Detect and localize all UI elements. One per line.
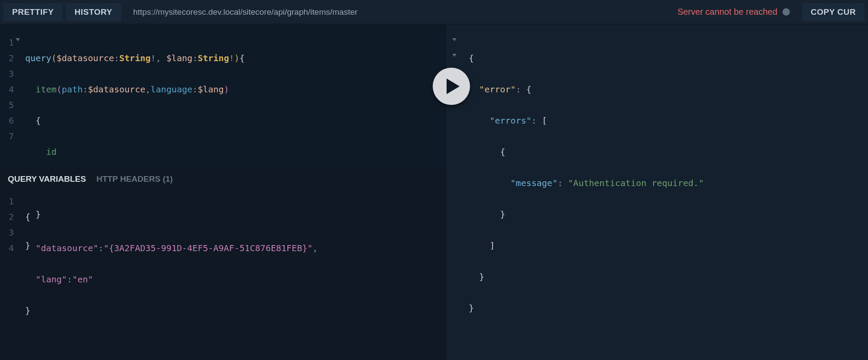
- variables-tabs: QUERY VARIABLES HTTP HEADERS (1): [0, 168, 446, 190]
- connection-status: Server cannot be reached: [669, 7, 799, 17]
- vars-line-gutter: 1 2 3 4: [0, 193, 18, 350]
- play-icon: [447, 79, 460, 94]
- tab-http-headers[interactable]: HTTP HEADERS (1): [96, 174, 173, 184]
- main-area: 1 2 3 4 5 6 7 query($datasource:String!,…: [0, 24, 868, 360]
- variables-panel: QUERY VARIABLES HTTP HEADERS (1) 1 2 3 4…: [0, 168, 446, 360]
- query-editor[interactable]: 1 2 3 4 5 6 7 query($datasource:String!,…: [0, 24, 446, 168]
- status-text: Server cannot be reached: [677, 7, 777, 17]
- variables-editor[interactable]: 1 2 3 4 { "datasource":"{3A2FAD35-991D-4…: [0, 190, 446, 360]
- response-pane: { "error": { "errors": [ { "message": "A…: [446, 24, 868, 360]
- fold-caret-icon[interactable]: [452, 54, 457, 57]
- fold-caret-icon[interactable]: [16, 38, 20, 41]
- status-dot-icon: [783, 8, 790, 16]
- query-pane: 1 2 3 4 5 6 7 query($datasource:String!,…: [0, 24, 446, 360]
- prettify-button[interactable]: PRETTIFY: [3, 3, 62, 21]
- fold-caret-icon[interactable]: [452, 38, 457, 41]
- vars-code[interactable]: { "datasource":"{3A2FAD35-991D-4EF5-A9AF…: [18, 193, 446, 350]
- response-viewer[interactable]: { "error": { "errors": [ { "message": "A…: [446, 24, 868, 347]
- history-button[interactable]: HISTORY: [66, 3, 121, 21]
- run-query-button[interactable]: [433, 68, 470, 105]
- endpoint-input[interactable]: [125, 7, 665, 17]
- copy-curl-button[interactable]: COPY CUR: [802, 3, 865, 21]
- response-code: { "error": { "errors": [ { "message": "A…: [462, 35, 868, 347]
- toolbar: PRETTIFY HISTORY Server cannot be reache…: [0, 0, 868, 24]
- tab-query-variables[interactable]: QUERY VARIABLES: [8, 174, 86, 184]
